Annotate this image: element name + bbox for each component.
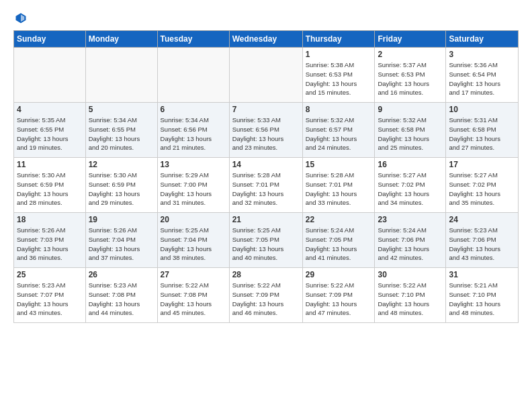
calendar-week-2: 4Sunrise: 5:35 AM Sunset: 6:55 PM Daylig… <box>14 103 519 158</box>
day-number: 23 <box>378 215 443 224</box>
day-number: 13 <box>161 160 226 169</box>
calendar-cell: 23Sunrise: 5:24 AM Sunset: 7:06 PM Dayli… <box>375 213 446 268</box>
calendar-cell: 12Sunrise: 5:30 AM Sunset: 6:59 PM Dayli… <box>85 158 157 213</box>
calendar-cell <box>157 48 229 103</box>
day-number: 26 <box>89 270 154 279</box>
calendar-cell: 29Sunrise: 5:22 AM Sunset: 7:09 PM Dayli… <box>302 268 375 323</box>
calendar-week-4: 18Sunrise: 5:26 AM Sunset: 7:03 PM Dayli… <box>14 213 519 268</box>
calendar-cell: 21Sunrise: 5:25 AM Sunset: 7:05 PM Dayli… <box>229 213 302 268</box>
calendar-cell: 8Sunrise: 5:32 AM Sunset: 6:57 PM Daylig… <box>302 103 375 158</box>
day-info: Sunrise: 5:27 AM Sunset: 7:02 PM Dayligh… <box>378 171 443 208</box>
day-number: 20 <box>161 215 226 224</box>
day-info: Sunrise: 5:23 AM Sunset: 7:07 PM Dayligh… <box>17 281 83 318</box>
day-info: Sunrise: 5:28 AM Sunset: 7:01 PM Dayligh… <box>232 171 300 208</box>
calendar-cell: 28Sunrise: 5:22 AM Sunset: 7:09 PM Dayli… <box>229 268 302 323</box>
day-number: 31 <box>449 270 515 279</box>
day-number: 14 <box>232 160 300 169</box>
calendar-cell: 24Sunrise: 5:23 AM Sunset: 7:06 PM Dayli… <box>446 213 519 268</box>
calendar-cell <box>229 48 302 103</box>
day-number: 9 <box>378 105 443 114</box>
day-info: Sunrise: 5:22 AM Sunset: 7:09 PM Dayligh… <box>232 281 300 318</box>
day-number: 16 <box>378 160 443 169</box>
day-info: Sunrise: 5:30 AM Sunset: 6:59 PM Dayligh… <box>89 171 154 208</box>
day-number: 27 <box>161 270 226 279</box>
calendar-cell: 16Sunrise: 5:27 AM Sunset: 7:02 PM Dayli… <box>375 158 446 213</box>
calendar-cell: 6Sunrise: 5:34 AM Sunset: 6:56 PM Daylig… <box>157 103 229 158</box>
calendar-cell: 18Sunrise: 5:26 AM Sunset: 7:03 PM Dayli… <box>14 213 86 268</box>
weekday-friday: Friday <box>375 31 446 48</box>
day-info: Sunrise: 5:23 AM Sunset: 7:06 PM Dayligh… <box>449 226 515 263</box>
calendar-cell <box>85 48 157 103</box>
logo-icon <box>15 12 27 24</box>
calendar-table: SundayMondayTuesdayWednesdayThursdayFrid… <box>13 30 519 323</box>
day-number: 3 <box>449 50 515 59</box>
weekday-header-row: SundayMondayTuesdayWednesdayThursdayFrid… <box>14 31 519 48</box>
weekday-sunday: Sunday <box>14 31 86 48</box>
day-info: Sunrise: 5:30 AM Sunset: 6:59 PM Dayligh… <box>17 171 83 208</box>
day-info: Sunrise: 5:37 AM Sunset: 6:53 PM Dayligh… <box>378 60 443 97</box>
day-info: Sunrise: 5:28 AM Sunset: 7:01 PM Dayligh… <box>306 171 372 208</box>
weekday-thursday: Thursday <box>302 31 375 48</box>
day-number: 2 <box>378 50 443 59</box>
calendar-cell: 9Sunrise: 5:32 AM Sunset: 6:58 PM Daylig… <box>375 103 446 158</box>
day-number: 24 <box>449 215 515 224</box>
weekday-monday: Monday <box>85 31 157 48</box>
weekday-saturday: Saturday <box>446 31 519 48</box>
calendar-body: 1Sunrise: 5:38 AM Sunset: 6:53 PM Daylig… <box>14 48 519 323</box>
calendar-cell: 22Sunrise: 5:24 AM Sunset: 7:05 PM Dayli… <box>302 213 375 268</box>
calendar-cell: 5Sunrise: 5:34 AM Sunset: 6:55 PM Daylig… <box>85 103 157 158</box>
weekday-tuesday: Tuesday <box>157 31 229 48</box>
calendar-week-5: 25Sunrise: 5:23 AM Sunset: 7:07 PM Dayli… <box>14 268 519 323</box>
day-number: 18 <box>17 215 83 224</box>
day-number: 12 <box>89 160 154 169</box>
day-info: Sunrise: 5:25 AM Sunset: 7:04 PM Dayligh… <box>161 226 226 263</box>
calendar-cell: 20Sunrise: 5:25 AM Sunset: 7:04 PM Dayli… <box>157 213 229 268</box>
calendar-cell: 15Sunrise: 5:28 AM Sunset: 7:01 PM Dayli… <box>302 158 375 213</box>
day-number: 28 <box>232 270 300 279</box>
day-number: 29 <box>306 270 372 279</box>
day-number: 25 <box>17 270 83 279</box>
day-info: Sunrise: 5:23 AM Sunset: 7:08 PM Dayligh… <box>89 281 154 318</box>
calendar-week-3: 11Sunrise: 5:30 AM Sunset: 6:59 PM Dayli… <box>14 158 519 213</box>
day-number: 4 <box>17 105 83 114</box>
day-info: Sunrise: 5:26 AM Sunset: 7:04 PM Dayligh… <box>89 226 154 263</box>
day-info: Sunrise: 5:34 AM Sunset: 6:56 PM Dayligh… <box>161 116 226 152</box>
day-info: Sunrise: 5:29 AM Sunset: 7:00 PM Dayligh… <box>161 171 226 208</box>
calendar-cell: 17Sunrise: 5:27 AM Sunset: 7:02 PM Dayli… <box>446 158 519 213</box>
day-info: Sunrise: 5:31 AM Sunset: 6:58 PM Dayligh… <box>449 116 515 152</box>
day-number: 1 <box>306 50 372 59</box>
day-info: Sunrise: 5:33 AM Sunset: 6:56 PM Dayligh… <box>232 116 300 152</box>
day-number: 5 <box>89 105 154 114</box>
calendar-cell: 13Sunrise: 5:29 AM Sunset: 7:00 PM Dayli… <box>157 158 229 213</box>
day-info: Sunrise: 5:22 AM Sunset: 7:08 PM Dayligh… <box>161 281 226 318</box>
day-info: Sunrise: 5:34 AM Sunset: 6:55 PM Dayligh… <box>89 116 154 152</box>
day-number: 30 <box>378 270 443 279</box>
logo <box>13 11 27 25</box>
calendar-cell: 27Sunrise: 5:22 AM Sunset: 7:08 PM Dayli… <box>157 268 229 323</box>
day-number: 8 <box>306 105 372 114</box>
day-info: Sunrise: 5:25 AM Sunset: 7:05 PM Dayligh… <box>232 226 300 263</box>
day-number: 10 <box>449 105 515 114</box>
header <box>13 11 519 25</box>
calendar-cell: 1Sunrise: 5:38 AM Sunset: 6:53 PM Daylig… <box>302 48 375 103</box>
day-number: 17 <box>449 160 515 169</box>
day-info: Sunrise: 5:24 AM Sunset: 7:06 PM Dayligh… <box>378 226 443 263</box>
calendar-cell: 10Sunrise: 5:31 AM Sunset: 6:58 PM Dayli… <box>446 103 519 158</box>
day-info: Sunrise: 5:35 AM Sunset: 6:55 PM Dayligh… <box>17 116 83 152</box>
calendar-cell <box>14 48 86 103</box>
calendar-cell: 19Sunrise: 5:26 AM Sunset: 7:04 PM Dayli… <box>85 213 157 268</box>
calendar-cell: 3Sunrise: 5:36 AM Sunset: 6:54 PM Daylig… <box>446 48 519 103</box>
calendar-week-1: 1Sunrise: 5:38 AM Sunset: 6:53 PM Daylig… <box>14 48 519 103</box>
day-number: 21 <box>232 215 300 224</box>
day-info: Sunrise: 5:22 AM Sunset: 7:09 PM Dayligh… <box>306 281 372 318</box>
day-info: Sunrise: 5:24 AM Sunset: 7:05 PM Dayligh… <box>306 226 372 263</box>
day-info: Sunrise: 5:27 AM Sunset: 7:02 PM Dayligh… <box>449 171 515 208</box>
calendar-cell: 4Sunrise: 5:35 AM Sunset: 6:55 PM Daylig… <box>14 103 86 158</box>
calendar-cell: 26Sunrise: 5:23 AM Sunset: 7:08 PM Dayli… <box>85 268 157 323</box>
calendar-cell: 31Sunrise: 5:21 AM Sunset: 7:10 PM Dayli… <box>446 268 519 323</box>
day-number: 11 <box>17 160 83 169</box>
weekday-wednesday: Wednesday <box>229 31 302 48</box>
day-info: Sunrise: 5:36 AM Sunset: 6:54 PM Dayligh… <box>449 60 515 97</box>
day-number: 15 <box>306 160 372 169</box>
day-info: Sunrise: 5:26 AM Sunset: 7:03 PM Dayligh… <box>17 226 83 263</box>
